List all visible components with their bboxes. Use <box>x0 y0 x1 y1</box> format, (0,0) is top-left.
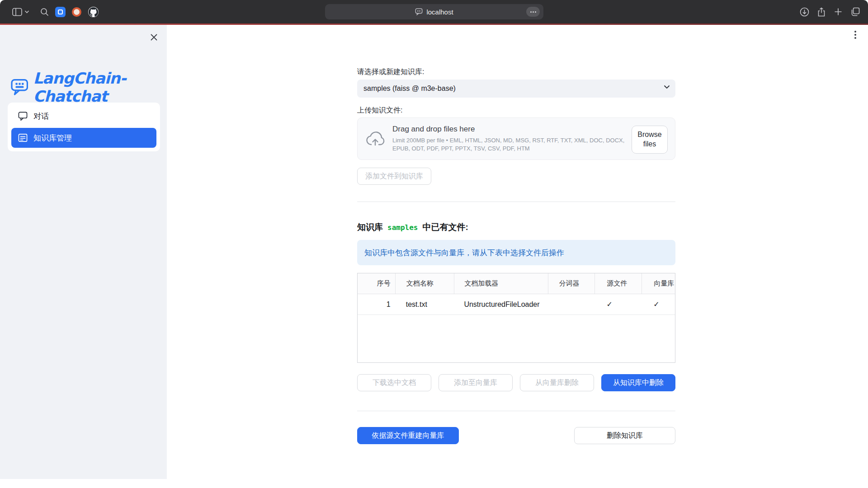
kb-list-icon <box>18 133 28 142</box>
share-icon[interactable] <box>816 6 827 17</box>
browser-window: localhost <box>0 0 868 488</box>
table-action-buttons: 下载选中文档 添加至向量库 从向量库删除 从知识库中删除 <box>357 374 675 391</box>
sidebar-item-label: 对话 <box>33 111 49 122</box>
delete-from-kb-button[interactable]: 从知识库中删除 <box>601 374 675 391</box>
col-header-name[interactable]: 文档名称 <box>395 273 454 294</box>
delete-kb-button[interactable]: 删除知识库 <box>574 427 675 444</box>
extension-2-glyph <box>72 7 81 17</box>
sidebar-close-icon[interactable] <box>148 31 160 43</box>
browse-files-button[interactable]: Browse files <box>632 126 668 154</box>
extension-icon-2[interactable] <box>71 6 82 17</box>
cell-name: test.txt <box>395 294 454 314</box>
sidebar-item-label: 知识库管理 <box>33 133 72 143</box>
kb-name-code: samples <box>387 223 418 232</box>
download-selected-button[interactable]: 下载选中文档 <box>357 374 431 391</box>
extension-icon-github[interactable] <box>88 6 99 17</box>
toolbar-search-icon[interactable] <box>39 6 50 17</box>
col-header-index[interactable]: 序号 <box>358 273 395 294</box>
table-header-row: 序号 文档名称 文档加载器 分词器 源文件 向量库 <box>358 273 675 294</box>
add-to-vectorstore-button[interactable]: 添加至向量库 <box>439 374 513 391</box>
address-more-icon[interactable] <box>526 7 540 17</box>
delete-from-vectorstore-button[interactable]: 从向量库删除 <box>520 374 594 391</box>
downloads-icon[interactable] <box>799 6 810 17</box>
uploader-limit: Limit 200MB per file • EML, HTML, JSON, … <box>392 136 643 153</box>
info-banner: 知识库中包含源文件与向量库，请从下表中选择文件后操作 <box>357 240 675 265</box>
main-content: 请选择或新建知识库: samples (faiss @ m3e-base) 上传… <box>357 25 675 488</box>
sidebar: LangChain-Chatchat 对话 知识库管理 <box>0 25 167 479</box>
cell-index: 1 <box>358 294 395 314</box>
select-kb-label: 请选择或新建知识库: <box>357 67 675 77</box>
new-tab-icon[interactable] <box>833 6 844 17</box>
browser-toolbar: localhost <box>0 0 868 23</box>
kb-select[interactable]: samples (faiss @ m3e-base) <box>357 80 675 98</box>
url-text: localhost <box>426 8 453 16</box>
address-bar[interactable]: localhost <box>325 4 543 19</box>
upload-label: 上传知识文件: <box>357 106 675 115</box>
cell-vector-check: ✓ <box>642 294 675 314</box>
sidebar-toggle-icon[interactable] <box>12 6 23 17</box>
app-menu-icon[interactable] <box>851 30 860 40</box>
app-logo: LangChain-Chatchat <box>11 69 167 105</box>
divider <box>357 411 675 411</box>
col-header-splitter[interactable]: 分词器 <box>548 273 595 294</box>
rebuild-vectorstore-button[interactable]: 依据源文件重建向量库 <box>357 427 459 444</box>
files-table[interactable]: 序号 文档名称 文档加载器 分词器 源文件 向量库 1 test.txt Uns… <box>357 273 675 363</box>
sidebar-item-dialogue[interactable]: 对话 <box>11 106 156 126</box>
cloud-upload-icon <box>366 131 385 146</box>
divider <box>357 202 675 202</box>
github-icon <box>88 7 99 17</box>
add-files-to-kb-button[interactable]: 添加文件到知识库 <box>357 168 431 185</box>
site-favicon-icon <box>415 8 423 15</box>
toolbar-chevron-down-icon[interactable] <box>24 6 30 17</box>
extension-icon-1[interactable] <box>55 6 66 17</box>
col-header-loader[interactable]: 文档加载器 <box>454 273 547 294</box>
extension-1-glyph <box>55 7 66 17</box>
sidebar-menu: 对话 知识库管理 <box>8 103 160 151</box>
table-row[interactable]: 1 test.txt UnstructuredFileLoader ✓ ✓ <box>358 294 675 315</box>
col-header-vector[interactable]: 向量库 <box>642 273 675 294</box>
chevron-down-icon <box>664 85 670 89</box>
kb-heading-suffix: 中已有文件: <box>422 221 468 233</box>
kb-select-value: samples (faiss @ m3e-base) <box>363 84 456 93</box>
app-logo-icon <box>11 77 28 98</box>
chat-icon <box>18 112 28 121</box>
file-uploader-dropzone[interactable]: Drag and drop files here Limit 200MB per… <box>357 117 675 160</box>
kb-heading-prefix: 知识库 <box>357 221 383 233</box>
cell-loader: UnstructuredFileLoader <box>454 294 547 314</box>
tab-overview-icon[interactable] <box>850 6 861 17</box>
sidebar-item-kb-management[interactable]: 知识库管理 <box>11 128 156 148</box>
col-header-source[interactable]: 源文件 <box>594 273 642 294</box>
cell-splitter <box>548 294 595 314</box>
cell-source-check: ✓ <box>594 294 642 314</box>
uploader-texts: Drag and drop files here Limit 200MB per… <box>392 125 643 153</box>
kb-files-heading: 知识库 samples 中已有文件: <box>357 221 675 233</box>
app-logo-text: LangChain-Chatchat <box>33 69 167 105</box>
uploader-title: Drag and drop files here <box>392 125 643 134</box>
